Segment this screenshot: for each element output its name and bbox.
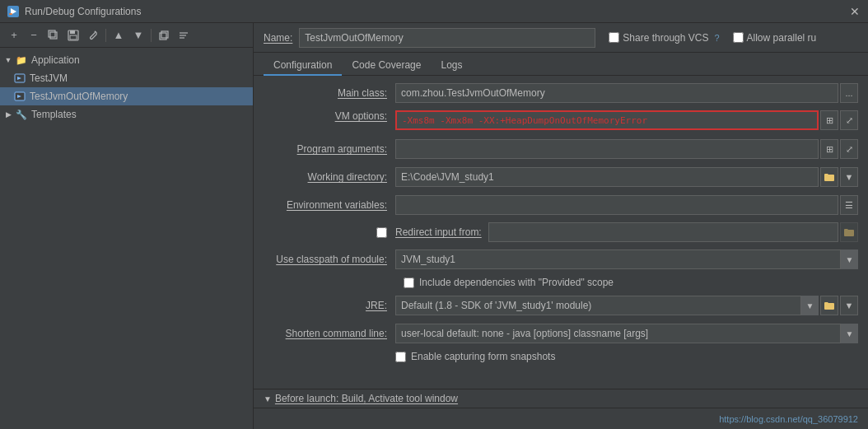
before-launch-section[interactable]: ▼ Before launch: Build, Activate tool wi… [254, 389, 868, 408]
jre-select[interactable]: Default (1.8 - SDK of 'JVM_study1' modul… [395, 296, 819, 315]
module-select[interactable]: JVM_study1 [395, 249, 858, 269]
move-up-button[interactable]: ▲ [110, 26, 128, 44]
redirect-input-field[interactable] [488, 222, 838, 242]
main-class-label: Main class: [264, 87, 395, 99]
working-dir-row: Working directory: ▼ [264, 166, 858, 188]
tab-code-coverage[interactable]: Code Coverage [342, 56, 431, 76]
separator2 [151, 29, 152, 42]
env-vars-label: Environment variables: [264, 199, 395, 211]
move-down-button[interactable]: ▼ [129, 26, 147, 44]
sort-button[interactable] [175, 26, 193, 44]
share-vcs-checkbox-item: Share through VCS ? [609, 32, 719, 44]
run-debug-icon [7, 5, 20, 18]
vm-expand-button[interactable]: ⊞ [820, 110, 838, 130]
redirect-input-group [488, 222, 858, 242]
program-args-input[interactable] [395, 139, 819, 159]
chevron-down-icon: ▼ [3, 55, 13, 65]
include-provided-checkbox[interactable] [404, 277, 414, 288]
tree-item-application[interactable]: ▼ 📁 Application [0, 51, 253, 69]
app-icon [13, 72, 26, 85]
allow-parallel-checkbox[interactable] [733, 32, 744, 43]
jre-row: JRE: Default (1.8 - SDK of 'JVM_study1' … [264, 295, 858, 316]
main-class-browse-button[interactable]: ... [840, 83, 858, 103]
program-args-label: Program arguments: [264, 143, 395, 155]
working-dir-input[interactable] [395, 167, 819, 187]
save-button[interactable] [64, 26, 82, 44]
shorten-cmd-select[interactable]: user-local default: none - java [options… [395, 324, 858, 343]
name-input[interactable] [299, 28, 595, 48]
svg-rect-4 [49, 30, 55, 37]
copy-button[interactable] [44, 26, 63, 44]
working-dir-label: Working directory: [264, 171, 395, 183]
tree-container: ▼ 📁 Application TestJVM [0, 48, 253, 429]
working-dir-input-group: ▼ [395, 167, 858, 187]
remove-button[interactable]: − [25, 26, 43, 44]
title-bar: Run/Debug Configurations ✕ [0, 0, 868, 23]
enable-snapshot-checkbox[interactable] [395, 352, 406, 362]
jre-browse-button[interactable] [820, 296, 838, 315]
tree-item-label: TestJvmOutOfMemory [30, 91, 128, 102]
env-vars-edit-button[interactable]: ☰ [840, 195, 858, 215]
config-content: Main class: ... VM options: ⊞ ⤢ Program … [254, 76, 868, 389]
working-dir-browse-button[interactable] [820, 167, 838, 187]
redirect-checkbox-area [264, 227, 395, 238]
jre-select-wrapper: Default (1.8 - SDK of 'JVM_study1' modul… [395, 296, 819, 315]
bottom-bar: https://blog.csdn.net/qq_36079912 [254, 408, 868, 429]
share-vcs-label: Share through VCS [623, 32, 708, 44]
program-args-row: Program arguments: ⊞ ⤢ [264, 138, 858, 160]
chevron-right-icon: ▶ [3, 110, 13, 119]
tab-configuration[interactable]: Configuration [264, 56, 342, 76]
wrench-button[interactable] [84, 26, 102, 44]
args-expand-button[interactable]: ⊞ [820, 139, 838, 159]
title-bar-text: Run/Debug Configurations [25, 6, 141, 17]
svg-rect-7 [70, 35, 77, 40]
svg-rect-3 [50, 32, 57, 39]
allow-parallel-checkbox-item: Allow parallel ru [733, 32, 817, 44]
before-launch-label: Before launch: Build, Activate tool wind… [275, 393, 458, 404]
args-popout-button[interactable]: ⤢ [840, 139, 858, 159]
module-select-wrapper: JVM_study1 ▼ [395, 249, 858, 269]
wrench-icon: 🔧 [15, 108, 28, 121]
close-button[interactable]: ✕ [848, 5, 861, 18]
jre-extra-dropdown[interactable]: ▼ [840, 296, 858, 315]
svg-rect-2 [9, 13, 12, 15]
main-class-row: Main class: ... [264, 82, 858, 104]
toolbar: + − ▲ ▼ [0, 23, 253, 48]
jre-input-group: Default (1.8 - SDK of 'JVM_study1' modul… [395, 296, 858, 315]
vm-options-input[interactable] [395, 110, 819, 130]
svg-rect-8 [160, 33, 166, 40]
name-label: Name: [264, 32, 292, 44]
redirect-browse-button[interactable] [840, 222, 858, 242]
tree-item-testjvm[interactable]: TestJVM [0, 69, 253, 87]
tab-logs[interactable]: Logs [431, 56, 472, 76]
env-vars-input[interactable] [395, 195, 838, 215]
enable-snapshot-row: Enable capturing form snapshots [264, 351, 858, 362]
classpath-module-label: Use classpath of module: [264, 254, 395, 265]
separator1 [105, 29, 106, 42]
tree-item-testjvmoutofmemory[interactable]: TestJvmOutOfMemory [0, 87, 253, 105]
env-vars-row: Environment variables: ☰ [264, 194, 858, 216]
tree-item-templates[interactable]: ▶ 🔧 Templates [0, 105, 253, 124]
redirect-input-label: Redirect input from: [395, 226, 482, 238]
working-dir-dropdown-button[interactable]: ▼ [840, 167, 858, 187]
vm-options-input-group: ⊞ ⤢ [395, 110, 858, 130]
share-vcs-checkbox[interactable] [609, 32, 619, 43]
redirect-input-checkbox[interactable] [376, 227, 387, 238]
shorten-cmd-row: Shorten command line: user-local default… [264, 323, 858, 344]
shorten-cmd-select-wrapper: user-local default: none - java [options… [395, 324, 858, 343]
env-vars-input-group: ☰ [395, 195, 858, 215]
main-class-input[interactable] [395, 83, 838, 103]
jre-label: JRE: [264, 300, 395, 311]
help-icon: ? [714, 33, 719, 43]
allow-parallel-label: Allow parallel ru [747, 32, 817, 44]
app-selected-icon [13, 90, 26, 103]
copy-config-button[interactable] [155, 26, 173, 44]
name-row: Name: Share through VCS ? Allow parallel… [254, 23, 868, 53]
folder-icon: 📁 [15, 54, 28, 67]
classpath-module-row: Use classpath of module: JVM_study1 ▼ [264, 249, 858, 270]
tree-item-label: Templates [31, 109, 77, 120]
vm-popout-button[interactable]: ⤢ [840, 110, 858, 130]
right-panel: Name: Share through VCS ? Allow parallel… [254, 23, 868, 429]
vm-options-label: VM options: [264, 110, 395, 122]
add-button[interactable]: + [5, 26, 23, 44]
